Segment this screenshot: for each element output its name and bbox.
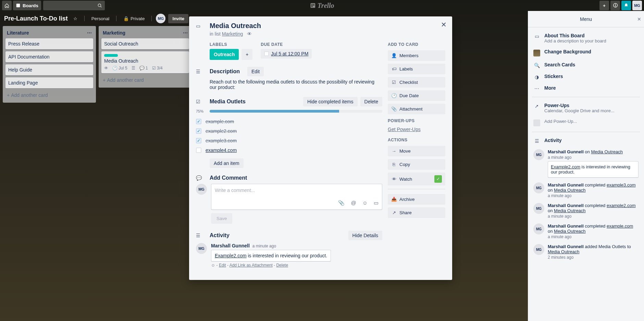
create-button[interactable]: + bbox=[599, 1, 609, 10]
menu-more[interactable]: ⋯ More bbox=[532, 82, 640, 94]
add-to-card-header: ADD TO CARD bbox=[388, 42, 445, 47]
list-menu-icon[interactable]: ⋯ bbox=[87, 30, 92, 36]
edit-description-button[interactable]: Edit bbox=[247, 67, 264, 76]
checklist-item[interactable]: example4.com bbox=[196, 145, 382, 155]
checkbox[interactable] bbox=[196, 138, 201, 143]
activity-header: Activity bbox=[210, 232, 230, 239]
boards-button[interactable]: Boards bbox=[13, 1, 41, 10]
board-icon bbox=[310, 2, 316, 9]
list-link[interactable]: Marketing bbox=[222, 31, 243, 37]
checklist-item[interactable]: example3.com bbox=[196, 136, 382, 145]
checklist-badge: ☑ 3/4 bbox=[152, 66, 163, 70]
comment-field[interactable] bbox=[215, 188, 379, 193]
add-comment-header: Add Comment bbox=[210, 175, 247, 181]
user-avatar[interactable]: MG bbox=[632, 1, 642, 10]
emoji-icon[interactable]: ☺ bbox=[211, 263, 215, 268]
checklist-item[interactable]: example.com bbox=[196, 117, 382, 126]
menu-stickers[interactable]: ◑ Stickers bbox=[532, 71, 640, 82]
attachment-icon[interactable]: 📎 bbox=[338, 200, 345, 206]
list-title[interactable]: Marketing bbox=[103, 30, 125, 36]
add-label-button[interactable]: + bbox=[242, 49, 252, 60]
delete-comment-link[interactable]: Delete bbox=[276, 263, 288, 268]
checkbox[interactable] bbox=[196, 147, 201, 153]
user-icon: 👤 bbox=[391, 53, 397, 58]
label-chip[interactable]: Outreach bbox=[210, 49, 239, 60]
menu-search[interactable]: 🔍 Search Cards bbox=[532, 59, 640, 71]
archive-button[interactable]: 📥Archive bbox=[388, 194, 445, 205]
link[interactable]: Example2.com bbox=[215, 253, 247, 258]
delete-checklist-button[interactable]: Delete bbox=[360, 97, 382, 106]
due-badge: 🕐 Jul 5 bbox=[112, 66, 127, 70]
bell-icon bbox=[624, 3, 629, 8]
checklist-button[interactable]: ☑Checklist bbox=[388, 77, 445, 88]
add-checklist-item-button[interactable]: Add an item bbox=[210, 158, 244, 168]
labels-button[interactable]: 🏷Labels bbox=[388, 64, 445, 74]
list-menu-icon[interactable]: ⋯ bbox=[183, 30, 188, 36]
save-comment-button[interactable]: Save bbox=[211, 213, 232, 224]
avatar: MG bbox=[533, 203, 544, 214]
checklist-item[interactable]: example2.com bbox=[196, 126, 382, 136]
close-icon[interactable]: ✕ bbox=[441, 21, 447, 29]
hide-completed-button[interactable]: Hide completed items bbox=[303, 97, 358, 106]
activity-item: MG Marshall Gunnell completed example2.c… bbox=[533, 203, 639, 219]
description-text[interactable]: Reach out to the following media outlets… bbox=[210, 79, 382, 90]
share-button[interactable]: ↗Share bbox=[388, 207, 445, 218]
menu-powerups[interactable]: ➚ Power-Ups Calendar, Google Drive and m… bbox=[532, 100, 640, 116]
list-card[interactable]: API Documentation bbox=[5, 51, 93, 62]
due-date-button[interactable]: 🕐Due Date bbox=[388, 90, 445, 101]
mention-icon[interactable]: @ bbox=[351, 200, 356, 206]
list-card[interactable]: Press Release bbox=[5, 38, 93, 49]
list-card[interactable]: Landing Page bbox=[5, 77, 93, 88]
member-avatar[interactable]: MG bbox=[156, 14, 165, 23]
edit-comment-link[interactable]: Edit bbox=[219, 263, 226, 268]
checklist-title[interactable]: Media Outlets bbox=[210, 99, 246, 105]
description-icon: ☰ bbox=[196, 69, 204, 74]
board-icon: ▭ bbox=[533, 33, 540, 39]
menu-background[interactable]: Change Background bbox=[532, 46, 640, 59]
invite-button[interactable]: Invite bbox=[168, 14, 188, 23]
info-button[interactable]: ⓘ bbox=[610, 1, 620, 10]
due-date-pill[interactable]: Jul 5 at 12:00 PM bbox=[261, 49, 312, 59]
card-title[interactable]: Media Outreach bbox=[210, 22, 261, 30]
card-icon[interactable]: ▭ bbox=[374, 200, 379, 206]
visibility-button[interactable]: 🔒 Private bbox=[121, 15, 147, 23]
move-button[interactable]: →Move bbox=[388, 146, 445, 156]
activity-item: MG Marshall Gunnell on Media Outreach a … bbox=[533, 149, 639, 178]
checklist-icon: ☑ bbox=[391, 80, 397, 85]
menu-about[interactable]: ▭ About This Board Add a description to … bbox=[532, 30, 640, 46]
due-checkbox[interactable] bbox=[264, 51, 269, 56]
team-button[interactable]: Personal bbox=[89, 15, 112, 23]
list-card[interactable]: Social Outreach bbox=[101, 38, 189, 49]
watch-button[interactable]: 👁Watch✓ bbox=[388, 172, 445, 185]
archive-icon: 📥 bbox=[391, 197, 397, 202]
members-button[interactable]: 👤Members bbox=[388, 50, 445, 61]
comment-input[interactable]: 📎 @ ☺ ▭ bbox=[211, 184, 382, 210]
emoji-icon[interactable]: ☺ bbox=[362, 200, 368, 206]
boards-label: Boards bbox=[23, 3, 38, 8]
activity-item: MG Marshall Gunnell added Media Outlets … bbox=[533, 244, 639, 260]
home-button[interactable] bbox=[2, 1, 12, 10]
list-title[interactable]: Literature bbox=[7, 30, 29, 36]
copy-button[interactable]: ⎘Copy bbox=[388, 159, 445, 170]
notifications-button[interactable] bbox=[621, 1, 631, 10]
menu-activity-header: ☰ Activity bbox=[532, 135, 640, 146]
close-icon[interactable]: ✕ bbox=[637, 16, 641, 22]
checkbox[interactable] bbox=[196, 119, 201, 124]
plus-icon: + bbox=[7, 92, 10, 98]
menu-add-powerup[interactable]: Add Power-Up... bbox=[532, 116, 640, 129]
get-powerups-link[interactable]: Get Power-Ups bbox=[388, 127, 445, 132]
list-card[interactable]: Media Outreach 👁 🕐 Jul 5 ☰ 💬 1 ☑ 3/4 bbox=[101, 51, 189, 73]
add-card-button[interactable]: + Add another card bbox=[101, 75, 189, 85]
attach-link[interactable]: Add Link as Attachment bbox=[230, 263, 273, 268]
check-icon: ✓ bbox=[434, 175, 442, 183]
avatar: MG bbox=[533, 182, 544, 193]
attachment-button[interactable]: 📎Attachment bbox=[388, 104, 445, 114]
hide-details-button[interactable]: Hide Details bbox=[348, 231, 382, 240]
search-icon bbox=[97, 3, 102, 8]
search-input[interactable] bbox=[43, 1, 105, 10]
checkbox[interactable] bbox=[196, 128, 201, 134]
list-card[interactable]: Help Guide bbox=[5, 64, 93, 75]
add-card-button[interactable]: + Add another card bbox=[5, 90, 93, 100]
board-icon bbox=[16, 3, 21, 8]
star-button[interactable]: ☆ bbox=[71, 15, 80, 23]
